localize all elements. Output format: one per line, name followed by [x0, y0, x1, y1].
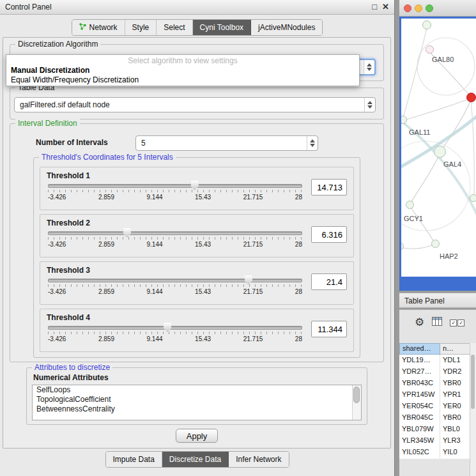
- table-data-group: Table Data galFiltered.sif default node: [10, 88, 384, 119]
- network-node[interactable]: [406, 201, 414, 209]
- stepper-icon: [364, 98, 375, 112]
- network-node[interactable]: [401, 116, 407, 124]
- gear-icon[interactable]: ⚙: [415, 317, 424, 328]
- tab-label: Impute Data: [112, 455, 154, 464]
- table-scrollbar[interactable]: [470, 343, 476, 476]
- tab-network[interactable]: Network: [72, 20, 125, 35]
- network-node-label: GAL4: [443, 160, 461, 168]
- group-title: Interval Definition: [15, 119, 80, 128]
- scale-label: 28: [295, 241, 302, 248]
- mac-minimize-button[interactable]: [415, 4, 422, 12]
- threshold-value-input[interactable]: [311, 226, 347, 243]
- table-cell[interactable]: YDR2: [440, 366, 470, 378]
- table-cell[interactable]: YBR043C: [399, 378, 440, 389]
- threshold-value-input[interactable]: [311, 321, 347, 337]
- slider-thumb[interactable]: [190, 181, 199, 190]
- network-canvas[interactable]: GAL80 GAL11 GAL4 GCY1 HAP2: [401, 19, 476, 277]
- network-node[interactable]: [470, 194, 476, 202]
- list-scrollbar[interactable]: [352, 385, 361, 420]
- network-icon: [79, 23, 86, 32]
- network-node[interactable]: [434, 146, 446, 158]
- tab-cyni-toolbox[interactable]: Cyni Toolbox: [193, 20, 251, 35]
- network-node[interactable]: [466, 93, 476, 102]
- slider-thumb[interactable]: [123, 228, 131, 238]
- table-cell[interactable]: YER0: [440, 401, 470, 412]
- slider-ticks: [48, 332, 302, 334]
- mac-zoom-button[interactable]: [426, 4, 433, 12]
- tab-infer-network[interactable]: Infer Network: [229, 452, 288, 467]
- network-node[interactable]: [422, 20, 431, 29]
- scale-label: 15.43: [195, 241, 211, 248]
- scale-label: 15.43: [195, 194, 211, 201]
- network-node-label: GAL80: [432, 56, 454, 63]
- threshold-panel: Threshold 4 -3.426 2.859 9.144 15.43 21.…: [40, 309, 354, 352]
- network-node[interactable]: [426, 45, 434, 54]
- attributes-group: Attributes to discretize Numerical Attri…: [26, 367, 367, 425]
- table-cell[interactable]: YDL1: [440, 355, 470, 366]
- tab-style[interactable]: Style: [125, 20, 157, 35]
- table-row: YBR043C YBR0: [399, 378, 470, 389]
- tab-discretize-data[interactable]: Discretize Data: [162, 452, 229, 467]
- stepper-icon: [364, 60, 374, 74]
- network-node-label: GAL11: [409, 128, 430, 136]
- threshold-value-input[interactable]: [311, 179, 347, 196]
- table-cell[interactable]: YDL19…: [399, 355, 440, 366]
- table-cell[interactable]: YLR3: [440, 435, 470, 447]
- stepper-icon: [307, 136, 318, 150]
- list-item[interactable]: BetweennessCentrality: [33, 404, 361, 414]
- network-node[interactable]: [431, 240, 440, 248]
- table-row: YPR145W YPR1: [399, 389, 470, 401]
- select-all-icon[interactable]: ✓✓: [450, 319, 464, 326]
- scrollbar-thumb[interactable]: [353, 387, 360, 403]
- tab-label: Discretize Data: [169, 455, 221, 464]
- column-header-shared-name[interactable]: shared…: [399, 343, 440, 355]
- attributes-listbox[interactable]: SelfLoopsTopologicalCoefficientBetweenne…: [32, 385, 362, 420]
- table-cell[interactable]: YBR0: [440, 412, 470, 424]
- tab-label: Select: [164, 23, 185, 32]
- column-chooser-icon[interactable]: [432, 317, 442, 328]
- number-of-intervals-label: Number of Intervals: [36, 138, 108, 147]
- table-cell[interactable]: YPR145W: [399, 389, 440, 401]
- threshold-slider[interactable]: [48, 231, 302, 235]
- tab-jactivemnodules[interactable]: jActiveMNodules: [251, 20, 322, 35]
- slider-ticks: [48, 237, 302, 240]
- threshold-value-input[interactable]: [311, 273, 347, 290]
- threshold-slider[interactable]: [48, 184, 302, 188]
- close-icon[interactable]: ✕: [382, 3, 389, 12]
- table-cell[interactable]: YIL052C: [399, 447, 440, 458]
- table-cell[interactable]: YBL079W: [399, 424, 440, 435]
- slider-thumb[interactable]: [164, 323, 172, 332]
- threshold-slider[interactable]: [48, 326, 302, 330]
- slider-thumb[interactable]: [244, 275, 252, 285]
- table-cell[interactable]: YBR0: [440, 378, 470, 389]
- scrollbar-thumb[interactable]: [471, 355, 475, 409]
- table-data-combobox[interactable]: galFiltered.sif default node: [14, 97, 376, 112]
- threshold-slider[interactable]: [48, 279, 302, 282]
- slider-scale: -3.426 2.859 9.144 15.43 21.715 28: [48, 241, 302, 248]
- table-cell[interactable]: YBR045C: [399, 412, 440, 424]
- table-cell[interactable]: YDR27…: [399, 366, 440, 378]
- dropdown-item-equal-width-frequency[interactable]: Equal Width/Frequency Discretization: [6, 75, 359, 85]
- mac-close-button[interactable]: [404, 4, 411, 12]
- float-window-icon[interactable]: □: [372, 3, 377, 12]
- table-cell[interactable]: YER054C: [399, 401, 440, 412]
- table-cell[interactable]: YPR1: [440, 389, 470, 401]
- group-title: Attributes to discretize: [32, 363, 112, 372]
- table-cell[interactable]: YBL0: [440, 424, 470, 435]
- dropdown-item-manual-discretization[interactable]: Manual Discretization: [6, 66, 359, 75]
- scale-label: 9.144: [147, 335, 163, 342]
- number-of-intervals-combobox[interactable]: 5: [135, 135, 318, 151]
- table-cell[interactable]: YIL0: [440, 447, 470, 458]
- tab-select[interactable]: Select: [157, 20, 192, 35]
- bottom-tab-strip: Impute Data Discretize Data Infer Networ…: [105, 451, 289, 468]
- tab-label: Style: [132, 23, 150, 32]
- tab-impute-data[interactable]: Impute Data: [105, 452, 162, 467]
- scale-label: 21.715: [243, 241, 263, 248]
- list-item[interactable]: TopologicalCoefficient: [33, 395, 361, 404]
- apply-button[interactable]: Apply: [176, 429, 218, 443]
- group-title: Discretization Algorithm: [15, 40, 100, 49]
- list-item[interactable]: SelfLoops: [33, 385, 361, 395]
- control-panel-window: Control Panel □ ✕ Network Style Select C…: [0, 0, 395, 476]
- combo-value: galFiltered.sif default node: [20, 100, 110, 109]
- table-cell[interactable]: YLR345W: [399, 435, 440, 447]
